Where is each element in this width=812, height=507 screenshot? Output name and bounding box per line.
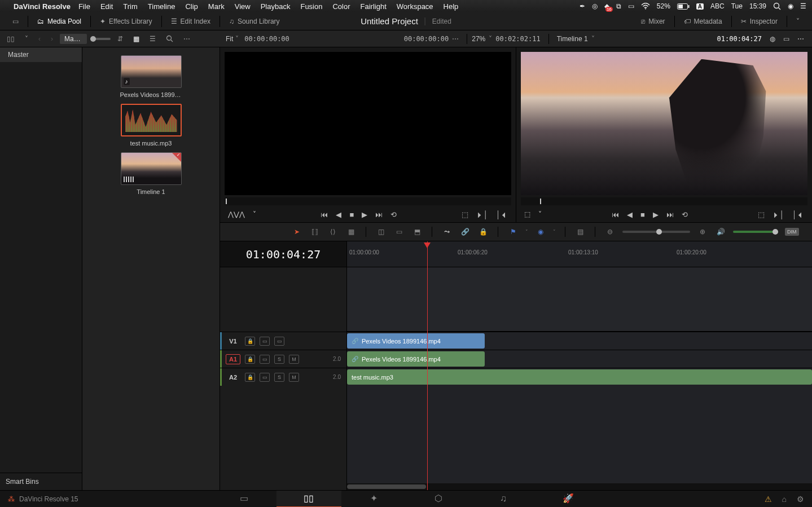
range-slider[interactable] <box>90 38 111 40</box>
waveform-icon[interactable]: ⋀⋁⋀ <box>228 210 245 218</box>
home-icon[interactable]: ⌂ <box>782 495 787 504</box>
out-point-icon[interactable]: │⏴ <box>496 210 508 219</box>
single-viewer-icon[interactable]: ▭ <box>783 35 789 43</box>
grid-view-icon[interactable]: ▦ <box>130 33 143 45</box>
clip-item[interactable]: test music.mp3 <box>120 104 182 147</box>
menu-playback[interactable]: Playback <box>261 2 291 11</box>
clip-item[interactable]: ✓ Timeline 1 <box>120 152 182 195</box>
source-jog[interactable] <box>225 197 511 205</box>
play-icon[interactable]: ▶ <box>653 210 659 219</box>
timeline-name[interactable]: Timeline 1 <box>557 35 588 43</box>
match-frame-icon[interactable]: ⬚ <box>758 210 765 219</box>
nav-fwd-icon[interactable]: › <box>47 33 56 45</box>
track-header-v1[interactable]: V1 🔒 ▭ ▭ <box>220 332 346 350</box>
playhead-line[interactable] <box>427 241 428 490</box>
spotlight-icon[interactable] <box>773 2 781 10</box>
tab-deliver[interactable]: 🚀 <box>536 491 601 508</box>
snap-icon[interactable]: ⤳ <box>441 228 453 236</box>
dynamic-trim-icon[interactable]: ⟨⟩ <box>327 228 339 236</box>
nav-back-icon[interactable]: ‹ <box>35 33 44 45</box>
chevron-down-icon[interactable]: ˅ <box>525 229 528 235</box>
warning-icon[interactable]: ⚠ <box>765 495 772 504</box>
inspector-button[interactable]: ✂ Inspector <box>734 16 784 27</box>
more-icon[interactable]: ⋯ <box>797 35 804 43</box>
airplay-icon[interactable]: ▭ <box>628 2 634 10</box>
zoom-slider[interactable] <box>622 231 690 233</box>
menu-timeline[interactable]: Timeline <box>148 2 175 11</box>
first-frame-icon[interactable]: ⏮ <box>321 210 328 219</box>
auto-select-icon[interactable]: ▭ <box>260 355 270 364</box>
in-point-icon[interactable]: ⏵│ <box>773 210 784 219</box>
timeline-tracks[interactable]: 01:00:00:00 01:00:06:20 01:00:13:10 01:0… <box>347 241 812 490</box>
clip-item[interactable]: ♪ Pexels Videos 18991... <box>120 55 182 98</box>
toggle-icon[interactable]: ▭ <box>274 337 284 346</box>
last-frame-icon[interactable]: ⏭ <box>375 210 383 219</box>
menu-edit[interactable]: Edit <box>100 2 113 11</box>
wifi-icon[interactable] <box>641 3 650 10</box>
menu-trim[interactable]: Trim <box>123 2 138 11</box>
timeline-timecode-box[interactable]: 01:00:04:27 <box>220 241 346 267</box>
timeline-ruler[interactable]: 01:00:00:00 01:00:06:20 01:00:13:10 01:0… <box>347 241 812 267</box>
layout-options-icon[interactable]: ▤ <box>574 228 586 236</box>
lock-icon[interactable]: 🔒 <box>477 228 489 236</box>
chevron-down-icon[interactable]: ˅ <box>253 210 256 218</box>
menu-mark[interactable]: Mark <box>208 2 225 11</box>
menu-fusion[interactable]: Fusion <box>300 2 322 11</box>
list-view-icon[interactable]: ☰ <box>146 33 159 45</box>
overwrite-icon[interactable]: ▭ <box>393 228 405 236</box>
menu-fairlight[interactable]: Fairlight <box>361 2 387 11</box>
step-back-icon[interactable]: ◀ <box>627 210 633 219</box>
fit-dropdown[interactable]: Fit <box>226 35 233 43</box>
insert-icon[interactable]: ◫ <box>375 228 387 236</box>
auto-select-icon[interactable]: ▭ <box>260 373 270 382</box>
audio-clip[interactable]: 🔗 Pexels Videos 1899146.mp4 <box>347 351 485 367</box>
in-point-icon[interactable]: ⏵│ <box>476 210 488 219</box>
tab-color[interactable]: ⬡ <box>406 491 471 508</box>
viewer-zoom[interactable]: 27% <box>472 35 485 43</box>
match-frame-icon[interactable]: ⬚ <box>462 210 468 219</box>
loop-icon[interactable]: ⟲ <box>390 210 397 219</box>
chevron-down-icon[interactable]: ˅ <box>789 16 806 27</box>
quill-icon[interactable]: ✒︎ <box>580 2 585 10</box>
panel-toggle-icon[interactable]: ▯▯ <box>3 33 18 45</box>
chevron-down-icon[interactable]: ˅ <box>553 229 556 235</box>
play-icon[interactable]: ▶ <box>362 210 367 219</box>
stop-icon[interactable]: ■ <box>640 210 645 219</box>
chevron-down-icon[interactable]: ˅ <box>591 35 595 43</box>
crop-icon[interactable]: ⬚ <box>524 210 530 218</box>
bin-breadcrumb[interactable]: Mas... <box>60 34 87 44</box>
first-frame-icon[interactable]: ⏮ <box>612 210 619 219</box>
sort-icon[interactable]: ⇵ <box>114 33 126 45</box>
lock-icon[interactable]: 🔒 <box>245 373 255 382</box>
scope-icon[interactable]: ◍ <box>770 35 775 43</box>
out-point-icon[interactable]: │⏴ <box>792 210 804 219</box>
tab-edit[interactable]: ▯▯ <box>276 491 341 508</box>
metadata-button[interactable]: 🏷 Metadata <box>677 16 729 27</box>
trim-tool-icon[interactable]: ⟦⟧ <box>309 228 321 236</box>
tab-media[interactable]: ▭ <box>212 491 276 508</box>
solo-button[interactable]: S <box>274 373 284 382</box>
settings-gear-icon[interactable]: ⚙ <box>797 495 804 504</box>
auto-select-icon[interactable]: ▭ <box>260 337 270 346</box>
menu-file[interactable]: File <box>78 2 90 11</box>
menu-help[interactable]: Help <box>444 2 459 11</box>
marker-icon[interactable]: ◉ <box>535 228 546 236</box>
media-pool-button[interactable]: 🗂 Media Pool <box>30 16 88 27</box>
search-icon[interactable] <box>163 33 177 44</box>
dim-button[interactable]: DIM <box>785 228 799 236</box>
step-back-icon[interactable]: ◀ <box>336 210 341 219</box>
lock-icon[interactable]: 🔒 <box>245 355 255 364</box>
source-screen[interactable] <box>225 52 511 195</box>
dropbox-icon[interactable]: ⧉ <box>616 2 621 10</box>
blade-tool-icon[interactable]: ▦ <box>345 228 357 236</box>
notification-icon[interactable]: ◆ <box>604 2 609 10</box>
menu-workspace[interactable]: Workspace <box>397 2 433 11</box>
input-source-icon[interactable]: A <box>696 3 704 10</box>
mute-button[interactable]: M <box>289 355 299 364</box>
video-clip[interactable]: 🔗 Pexels Videos 1899146.mp4 <box>347 333 485 349</box>
solo-button[interactable]: S <box>274 355 284 364</box>
speaker-icon[interactable]: 🔊 <box>715 228 726 236</box>
flag-icon[interactable]: ⚑ <box>507 228 519 236</box>
horizontal-scrollbar[interactable] <box>347 483 812 490</box>
tab-fusion[interactable]: ✦ <box>341 491 406 508</box>
